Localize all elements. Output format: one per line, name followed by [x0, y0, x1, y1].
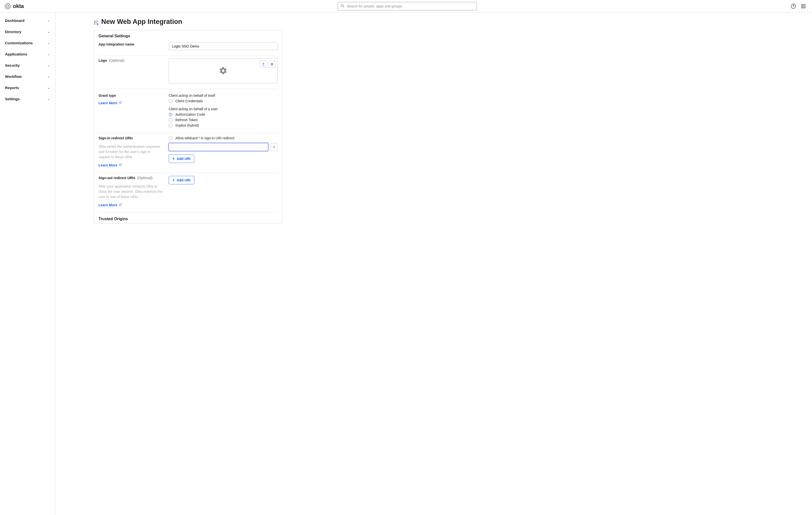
sidebar: Dashboard Directory Customizations Appli…: [0, 12, 56, 515]
signin-uri-input[interactable]: [169, 143, 268, 151]
signin-uris-desc: Okta sends the authentication response a…: [98, 144, 163, 160]
checkbox-icon: [169, 124, 172, 127]
page: New Web App Integration General Settings…: [94, 18, 282, 500]
brand-text: okta: [13, 3, 24, 9]
layout: Dashboard Directory Customizations Appli…: [0, 12, 812, 515]
grant-type-label: Grant type: [98, 93, 163, 97]
sidebar-item-label: Settings: [5, 97, 20, 101]
svg-rect-22: [804, 4, 805, 6]
sidebar-item-workflow[interactable]: Workflow: [0, 72, 55, 81]
learn-more-text: Learn More: [98, 203, 117, 207]
sidebar-item-label: Applications: [5, 52, 27, 56]
sidebar-item-security[interactable]: Security: [0, 61, 55, 70]
help-icon[interactable]: [791, 3, 796, 9]
section-grant-type: Grant type Learn More Client acting on b…: [98, 89, 278, 133]
plus-icon: +: [172, 157, 175, 161]
logo[interactable]: okta: [4, 3, 24, 9]
checkbox-icon: [169, 99, 172, 103]
svg-rect-28: [94, 22, 95, 23]
logo-optional: (Optional): [109, 58, 124, 62]
sidebar-item-label: Security: [5, 63, 20, 67]
checkbox-checked-icon: [169, 113, 172, 116]
app-add-icon: [94, 20, 99, 24]
svg-line-8: [5, 7, 6, 8]
svg-line-13: [5, 5, 6, 5]
app-name-input[interactable]: [169, 42, 278, 50]
sidebar-item-applications[interactable]: Applications: [0, 50, 55, 59]
svg-rect-25: [94, 21, 95, 21]
svg-line-10: [8, 8, 9, 9]
app-name-label: App integration name: [98, 42, 163, 46]
chevron-down-icon: [47, 86, 50, 89]
checkbox-client-credentials[interactable]: Client Credentials: [169, 99, 278, 103]
topbar-center: [24, 2, 791, 10]
logo-dropzone[interactable]: [169, 58, 278, 83]
checkbox-icon: [169, 136, 172, 140]
svg-rect-29: [96, 22, 96, 23]
search-box[interactable]: [338, 2, 477, 10]
chevron-down-icon: [47, 41, 50, 45]
sidebar-item-directory[interactable]: Directory: [0, 27, 55, 36]
sidebar-item-label: Directory: [5, 30, 21, 34]
signin-learn-more-link[interactable]: Learn More: [98, 163, 122, 167]
checkbox-label: Allow wildcard * in sign-in URI redirect…: [175, 136, 235, 140]
sidebar-item-customizations[interactable]: Customizations: [0, 38, 55, 48]
checkbox-refresh-token[interactable]: Refresh Token: [169, 118, 278, 122]
svg-line-5: [5, 4, 6, 5]
grant-self-heading: Client acting on behalf of itself: [169, 93, 278, 97]
delete-logo-button[interactable]: [268, 61, 276, 68]
topbar: okta: [0, 0, 812, 12]
signout-learn-more-link[interactable]: Learn More: [98, 203, 122, 207]
svg-rect-21: [802, 4, 803, 6]
checkbox-authorization-code[interactable]: Authorization Code: [169, 112, 278, 116]
checkbox-label: Refresh Token: [175, 118, 198, 122]
learn-more-text: Learn More: [98, 101, 117, 105]
add-signout-uri-button[interactable]: + Add URI: [169, 176, 194, 184]
plus-icon: +: [172, 178, 175, 182]
external-link-icon: [119, 203, 122, 207]
main: New Web App Integration General Settings…: [56, 12, 812, 515]
chevron-down-icon: [47, 53, 50, 56]
section-logo: Logo (Optional): [98, 56, 278, 89]
svg-line-12: [10, 5, 11, 5]
topbar-right: [791, 3, 808, 9]
remove-uri-button[interactable]: [271, 143, 278, 151]
checkbox-allow-wildcard[interactable]: Allow wildcard * in sign-in URI redirect…: [169, 136, 278, 140]
external-link-icon: [119, 101, 122, 105]
svg-line-6: [9, 7, 10, 8]
sidebar-item-label: Dashboard: [5, 19, 24, 23]
signout-optional: (Optional): [137, 176, 152, 180]
upload-logo-button[interactable]: [260, 61, 267, 68]
add-signin-uri-button[interactable]: + Add URI: [169, 154, 194, 163]
grant-learn-more-link[interactable]: Learn More: [98, 101, 122, 105]
section-trusted-origins-title: Trusted Origins: [98, 212, 278, 223]
add-btn-label: Add URI: [177, 178, 190, 182]
svg-line-18: [343, 6, 344, 7]
search-input[interactable]: [347, 4, 474, 8]
settings-card: General Settings App integration name Lo…: [94, 30, 282, 223]
sidebar-item-label: Reports: [5, 86, 19, 90]
sidebar-item-settings[interactable]: Settings: [0, 94, 55, 104]
sidebar-item-dashboard[interactable]: Dashboard: [0, 16, 55, 25]
apps-grid-icon[interactable]: [801, 3, 806, 9]
page-title: New Web App Integration: [94, 18, 282, 26]
checkbox-implicit-hybrid[interactable]: Implicit (hybrid): [169, 123, 278, 127]
chevron-down-icon: [47, 97, 50, 101]
sidebar-item-reports[interactable]: Reports: [0, 83, 55, 92]
add-btn-label: Add URI: [177, 157, 190, 161]
svg-rect-24: [804, 6, 805, 8]
logo-label: Logo: [98, 58, 107, 62]
svg-rect-23: [802, 6, 803, 8]
svg-point-17: [341, 4, 343, 7]
svg-line-15: [8, 3, 9, 4]
page-title-text: New Web App Integration: [101, 18, 182, 26]
checkbox-label: Implicit (hybrid): [175, 123, 199, 127]
svg-line-16: [6, 8, 7, 9]
external-link-icon: [119, 163, 122, 167]
sidebar-item-label: Customizations: [5, 41, 33, 45]
chevron-down-icon: [47, 64, 50, 67]
signout-uris-desc: After your application contacts Okta to …: [98, 184, 163, 200]
learn-more-text: Learn More: [98, 163, 117, 167]
gear-icon: [219, 66, 227, 76]
grant-user-heading: Client acting on behalf of a user: [169, 107, 278, 111]
